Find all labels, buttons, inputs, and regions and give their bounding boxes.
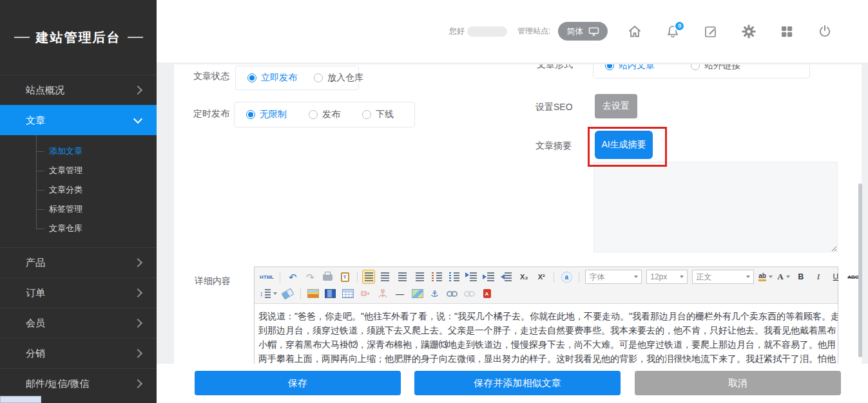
- superscript-icon[interactable]: X²: [534, 270, 549, 284]
- subscript-icon[interactable]: X₂: [516, 270, 532, 284]
- insert-media-icon[interactable]: [323, 286, 338, 301]
- radio-selected-icon: [605, 64, 614, 70]
- caret-down-icon: [769, 276, 773, 278]
- redo-icon[interactable]: ↷: [302, 270, 318, 284]
- insert-table-icon[interactable]: [340, 286, 356, 301]
- submenu-item-tag-manage[interactable]: 标签管理: [0, 200, 157, 219]
- undo-icon[interactable]: ↶: [285, 270, 300, 284]
- insert-image-icon[interactable]: [305, 286, 321, 301]
- sidebar-item-site-overview[interactable]: 站点概况: [0, 75, 157, 105]
- font-size-select[interactable]: 12px: [646, 270, 688, 284]
- cancel-button[interactable]: 取消: [635, 371, 841, 395]
- toolbar-separator: [357, 272, 358, 283]
- editor-text-line: 两手攀着上面，两脚再向上缩；他肥胖的身子向左微倾，显出努力的样子。这时我看见他的…: [258, 351, 834, 364]
- chevron-right-icon: [133, 258, 142, 267]
- radio-external-link[interactable]: 站外链接: [691, 64, 740, 71]
- radio-icon: [309, 110, 318, 119]
- horizontal-rule-icon[interactable]: —: [392, 286, 408, 301]
- bold-icon[interactable]: B: [793, 270, 809, 284]
- radio-offline[interactable]: 下线: [362, 109, 394, 120]
- notification-badge: 0: [674, 21, 685, 32]
- language-site-switcher[interactable]: 简体: [558, 22, 608, 41]
- ordered-list-icon[interactable]: [429, 270, 445, 284]
- align-left-icon[interactable]: [362, 270, 375, 284]
- outdent-icon[interactable]: [499, 270, 514, 284]
- unordered-list-icon[interactable]: [447, 270, 462, 284]
- sidebar-item-members[interactable]: 会员: [0, 308, 157, 338]
- sidebar-item-label: 站点概况: [26, 84, 135, 97]
- notifications-bell-icon[interactable]: 0: [665, 24, 680, 39]
- sidebar-item-label: 邮件/短信/微信: [26, 378, 135, 390]
- font-family-select[interactable]: 字体: [585, 270, 642, 284]
- paragraph-format-select[interactable]: 正文: [692, 270, 754, 284]
- apps-grid-icon[interactable]: [779, 24, 795, 39]
- first-line-indent-icon[interactable]: [464, 270, 479, 284]
- circled-a-icon[interactable]: a: [559, 270, 574, 284]
- sidebar-item-label: 分销: [26, 348, 135, 360]
- save-button[interactable]: 保存: [195, 371, 401, 395]
- chevron-right-icon: [133, 86, 142, 95]
- insert-template-icon[interactable]: [375, 286, 391, 301]
- caret-down-icon: [786, 276, 790, 278]
- submenu-item-label: 添加文章: [49, 146, 82, 156]
- radio-no-limit[interactable]: 无限制: [246, 109, 287, 120]
- remove-format-eraser-icon[interactable]: [280, 286, 296, 301]
- align-justify-icon[interactable]: [412, 270, 427, 284]
- username-redacted: [467, 26, 507, 37]
- align-right-icon[interactable]: [394, 270, 410, 284]
- submenu-item-article-manage[interactable]: 文章管理: [0, 161, 157, 180]
- radio-publish[interactable]: 发布: [309, 109, 340, 120]
- radio-internal-article[interactable]: 站内文章: [605, 64, 655, 71]
- print-icon[interactable]: [320, 270, 335, 284]
- editor-text-line: 小帽，穿着黑布大马褂⑿，深青布棉袍，蹒跚⒀地走到铁道边，慢慢探身下去，尚不大难。…: [258, 337, 834, 351]
- sidebar-item-products[interactable]: 产品: [0, 247, 157, 277]
- export-pdf-icon[interactable]: A: [479, 286, 495, 301]
- paste-as-text-icon[interactable]: T: [337, 270, 352, 284]
- anchor-icon[interactable]: ⚓: [427, 286, 443, 301]
- ai-generate-summary-button[interactable]: AI生成摘要: [595, 131, 653, 159]
- browser-status-stub: [0, 396, 41, 403]
- editor-content-area[interactable]: 我说道："爸爸，你走吧。"他往车外看了看，说："我买几个橘子去。你就在此地，不要…: [255, 304, 838, 364]
- submenu-item-add-article[interactable]: 添加文章: [0, 142, 157, 161]
- html-source-button[interactable]: HTML: [258, 270, 275, 284]
- language-label: 简体: [566, 26, 583, 37]
- toolbar-separator: [554, 272, 554, 283]
- line-height-icon[interactable]: ↕: [258, 286, 278, 301]
- article-status-radio-group: 立即发布 放入仓库: [235, 66, 359, 90]
- page-break-icon[interactable]: [358, 286, 373, 301]
- italic-icon[interactable]: I: [811, 270, 826, 284]
- compose-edit-icon[interactable]: [703, 24, 719, 39]
- sidebar-item-articles[interactable]: 文章: [0, 105, 157, 135]
- home-icon[interactable]: [627, 24, 642, 39]
- unlink-icon[interactable]: [462, 286, 477, 301]
- radio-publish-now[interactable]: 立即发布: [247, 72, 297, 84]
- save-and-add-similar-button[interactable]: 保存并添加相似文章: [414, 371, 621, 395]
- insert-link-icon[interactable]: [445, 286, 460, 301]
- power-logout-icon[interactable]: [817, 24, 833, 39]
- settings-gear-icon[interactable]: [741, 24, 757, 39]
- sidebar-item-label: 产品: [26, 257, 135, 269]
- vertical-scrollbar[interactable]: [858, 183, 862, 357]
- submenu-item-article-warehouse[interactable]: 文章仓库: [0, 219, 157, 238]
- sidebar-item-orders[interactable]: 订单: [0, 277, 157, 308]
- editor-text-line: 到那边月台，须穿过铁道，须跳下去又爬上去。父亲是一个胖子，走过去自然要费事些。我…: [258, 323, 834, 337]
- highlight-color-icon[interactable]: ab: [757, 270, 774, 284]
- sidebar-item-mail-sms-wechat[interactable]: 邮件/短信/微信: [0, 368, 157, 398]
- article-type-label: 文章形式: [537, 64, 573, 71]
- summary-textarea[interactable]: [593, 162, 838, 252]
- app-title: 建站管理后台: [0, 0, 157, 75]
- font-color-icon[interactable]: A: [776, 270, 791, 284]
- submenu-item-label: 标签管理: [49, 204, 82, 214]
- chevron-right-icon: [133, 379, 142, 388]
- map-image-icon[interactable]: [410, 286, 425, 301]
- underline-icon[interactable]: U: [828, 270, 844, 284]
- radio-put-in-warehouse[interactable]: 放入仓库: [314, 72, 363, 84]
- seo-setup-button[interactable]: 去设置: [595, 94, 637, 118]
- summary-label: 文章摘要: [535, 140, 572, 152]
- radio-selected-icon: [246, 110, 255, 119]
- submenu-item-article-category[interactable]: 文章分类: [0, 180, 157, 200]
- toolbar-separator: [300, 288, 301, 299]
- align-center-icon[interactable]: [377, 270, 392, 284]
- sidebar-item-distribution[interactable]: 分销: [0, 338, 157, 368]
- indent-icon[interactable]: [481, 270, 497, 284]
